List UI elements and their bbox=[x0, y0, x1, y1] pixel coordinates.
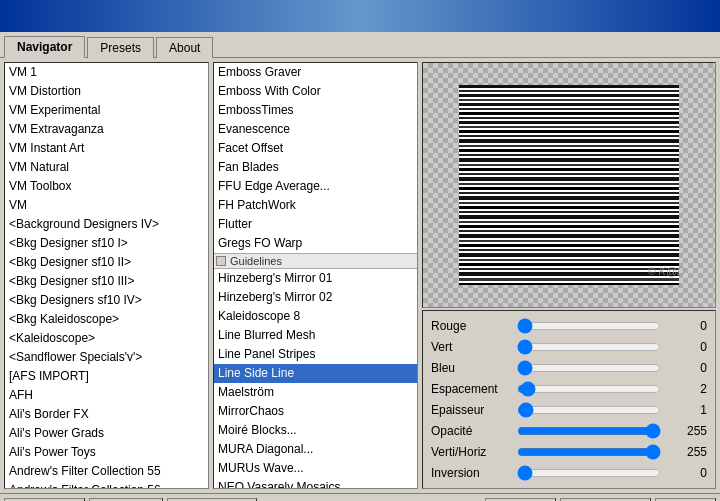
svg-rect-43 bbox=[459, 263, 679, 266]
setting-value: 2 bbox=[667, 382, 707, 396]
svg-rect-35 bbox=[459, 225, 679, 228]
middle-list-item[interactable]: Hinzeberg's Mirror 01 bbox=[214, 269, 417, 288]
left-list-item[interactable]: <Bkg Designer sf10 II> bbox=[5, 253, 208, 272]
middle-list-item[interactable]: Line Blurred Mesh bbox=[214, 326, 417, 345]
editor-button[interactable]: Editor... bbox=[485, 498, 556, 502]
tab-presets[interactable]: Presets bbox=[87, 37, 154, 58]
setting-row: Espacement2 bbox=[431, 379, 707, 399]
left-list-item[interactable]: VM Natural bbox=[5, 158, 208, 177]
setting-slider[interactable] bbox=[517, 466, 661, 480]
left-list-item[interactable]: <Bkg Kaleidoscope> bbox=[5, 310, 208, 329]
filter-info-button[interactable]: Filter Info... bbox=[167, 498, 257, 502]
left-list-item[interactable]: VM Instant Art bbox=[5, 139, 208, 158]
left-list-item[interactable]: <Bkg Designers sf10 IV> bbox=[5, 291, 208, 310]
navigator-list[interactable]: VM 1VM DistortionVM ExperimentalVM Extra… bbox=[5, 63, 208, 488]
setting-row: Bleu0 bbox=[431, 358, 707, 378]
setting-label: Epaisseur bbox=[431, 403, 511, 417]
svg-rect-15 bbox=[459, 130, 679, 133]
middle-list-item[interactable]: MURUs Wave... bbox=[214, 459, 417, 478]
svg-rect-8 bbox=[459, 99, 679, 101]
middle-list-item[interactable]: Flutter bbox=[214, 215, 417, 234]
middle-panel: Emboss GraverEmboss With ColorEmbossTime… bbox=[213, 62, 418, 489]
middle-list-item[interactable]: FFU Edge Average... bbox=[214, 177, 417, 196]
left-list-item[interactable]: <Sandflower Specials'v'> bbox=[5, 348, 208, 367]
left-list-item[interactable]: Ali's Power Grads bbox=[5, 424, 208, 443]
left-list-item[interactable]: <Bkg Designer sf10 III> bbox=[5, 272, 208, 291]
middle-list-item[interactable]: NEO Vasarely Mosaics bbox=[214, 478, 417, 488]
setting-row: Epaisseur1 bbox=[431, 400, 707, 420]
svg-rect-18 bbox=[459, 145, 679, 147]
middle-list-item[interactable]: Line Panel Stripes bbox=[214, 345, 417, 364]
svg-rect-24 bbox=[459, 173, 679, 175]
setting-slider[interactable] bbox=[517, 340, 661, 354]
svg-rect-30 bbox=[459, 202, 679, 204]
left-list-item[interactable]: Ali's Border FX bbox=[5, 405, 208, 424]
svg-rect-14 bbox=[459, 126, 679, 128]
setting-value: 0 bbox=[667, 340, 707, 354]
tab-bar: Navigator Presets About bbox=[0, 32, 720, 58]
middle-list-item[interactable]: Moiré Blocks... bbox=[214, 421, 417, 440]
middle-list-item[interactable]: Facet Offset bbox=[214, 139, 417, 158]
setting-slider[interactable] bbox=[517, 361, 661, 375]
left-list-item[interactable]: <Kaleidoscope> bbox=[5, 329, 208, 348]
left-list-item[interactable]: VM Distortion bbox=[5, 82, 208, 101]
left-list-item[interactable]: VM Extravaganza bbox=[5, 120, 208, 139]
setting-row: Vert0 bbox=[431, 337, 707, 357]
setting-slider[interactable] bbox=[517, 424, 661, 438]
middle-list-item[interactable]: EmbossTimes bbox=[214, 101, 417, 120]
left-list-item[interactable]: VM bbox=[5, 196, 208, 215]
middle-list-item[interactable]: Hinzeberg's Mirror 02 bbox=[214, 288, 417, 307]
left-list-item[interactable]: AFH bbox=[5, 386, 208, 405]
middle-list-item[interactable]: Emboss Graver bbox=[214, 63, 417, 82]
database-button[interactable]: Database bbox=[4, 498, 85, 502]
preview-image bbox=[459, 85, 679, 285]
left-list-item[interactable]: <Bkg Designer sf10 I> bbox=[5, 234, 208, 253]
left-list-item[interactable]: VM Toolbox bbox=[5, 177, 208, 196]
svg-rect-39 bbox=[459, 244, 679, 247]
svg-rect-29 bbox=[459, 196, 679, 200]
left-list-item[interactable]: Andrew's Filter Collection 55 bbox=[5, 462, 208, 481]
setting-row: Verti/Horiz255 bbox=[431, 442, 707, 462]
setting-slider[interactable] bbox=[517, 319, 661, 333]
tab-navigator[interactable]: Navigator bbox=[4, 36, 85, 58]
setting-slider[interactable] bbox=[517, 382, 661, 396]
middle-list-item[interactable]: FH PatchWork bbox=[214, 196, 417, 215]
left-list-item[interactable]: VM Experimental bbox=[5, 101, 208, 120]
middle-list-item[interactable]: MURA Diagonal... bbox=[214, 440, 417, 459]
reset-button[interactable]: Reset bbox=[655, 498, 716, 502]
middle-list-item[interactable]: Evanescence bbox=[214, 120, 417, 139]
middle-list-divider: Guidelines bbox=[214, 253, 417, 269]
middle-list-item[interactable]: Kaleidoscope 8 bbox=[214, 307, 417, 326]
middle-list-item[interactable]: MirrorChaos bbox=[214, 402, 417, 421]
import-button[interactable]: Import... bbox=[89, 498, 163, 502]
middle-list-item[interactable]: Maelström bbox=[214, 383, 417, 402]
svg-rect-44 bbox=[459, 268, 679, 270]
bottom-bar: DatabaseImport...Filter Info...Editor...… bbox=[0, 493, 720, 501]
preview-area: © K@D bbox=[422, 62, 716, 308]
setting-slider[interactable] bbox=[517, 403, 661, 417]
svg-rect-46 bbox=[459, 278, 679, 281]
left-list-item[interactable]: Andrew's Filter Collection 56 bbox=[5, 481, 208, 488]
svg-rect-31 bbox=[459, 206, 679, 209]
setting-row: Opacité255 bbox=[431, 421, 707, 441]
filter-list[interactable]: Emboss GraverEmboss With ColorEmbossTime… bbox=[214, 63, 417, 488]
svg-rect-23 bbox=[459, 168, 679, 171]
setting-value: 255 bbox=[667, 424, 707, 438]
setting-value: 0 bbox=[667, 361, 707, 375]
setting-slider[interactable] bbox=[517, 445, 661, 459]
left-list-item[interactable]: Ali's Power Toys bbox=[5, 443, 208, 462]
left-list-item[interactable]: VM 1 bbox=[5, 63, 208, 82]
left-list-item[interactable]: [AFS IMPORT] bbox=[5, 367, 208, 386]
svg-rect-41 bbox=[459, 253, 679, 257]
middle-list-item[interactable]: Fan Blades bbox=[214, 158, 417, 177]
middle-list-item[interactable]: Emboss With Color bbox=[214, 82, 417, 101]
left-list-item[interactable]: <Background Designers IV> bbox=[5, 215, 208, 234]
tab-about[interactable]: About bbox=[156, 37, 213, 58]
middle-list-item[interactable]: Gregs FO Warp bbox=[214, 234, 417, 253]
setting-value: 0 bbox=[667, 319, 707, 333]
svg-rect-28 bbox=[459, 192, 679, 194]
svg-rect-22 bbox=[459, 164, 679, 166]
middle-list-item[interactable]: Line Side Line bbox=[214, 364, 417, 383]
randomize-button[interactable]: Randomize bbox=[560, 498, 651, 502]
svg-rect-45 bbox=[459, 272, 679, 276]
